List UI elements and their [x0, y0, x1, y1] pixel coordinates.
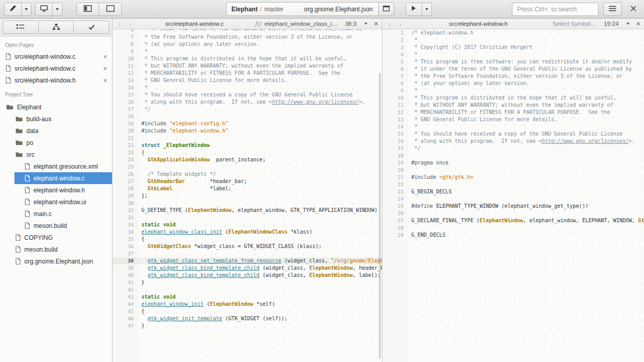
play-icon [411, 5, 416, 13]
code-line: 8 * (at your option) any later version. [382, 80, 644, 87]
code-line: 19#include "elephant-config.h" [112, 120, 382, 127]
hamburger-menu-icon [609, 5, 616, 13]
code-line: 31G_DEFINE_TYPE (ElephantWindow, elephan… [112, 207, 382, 214]
code-line: 29G_END_DECLS [382, 232, 644, 239]
close-editor-button[interactable]: × [636, 20, 640, 27]
code-editor[interactable]: 6 * it under the terms of the GNU Genera… [112, 29, 382, 362]
code-line: 35{ [112, 236, 382, 243]
code-line: 9 * [382, 87, 644, 94]
file-icon [25, 175, 30, 182]
close-page-button[interactable]: × [103, 77, 107, 84]
code-line: 27 GtkHeaderBar *header_bar; [112, 178, 382, 185]
tree-file-item[interactable]: COPYING [0, 232, 112, 243]
code-line: 8 * (at your option) any later version. [112, 41, 382, 48]
code-line: 6 * it under the terms of the GNU Genera… [112, 29, 382, 34]
nav-forward-button[interactable]: › [126, 21, 134, 27]
tree-file-item[interactable]: meson.build [0, 243, 112, 255]
code-line: 46 gtk_widget_init_template (GTK_WIDGET … [112, 315, 382, 322]
code-line: 25#define ELEPHANT_TYPE_WINDOW (elephant… [382, 203, 644, 210]
symbol-menu-button[interactable]: Select Symbol… [553, 21, 597, 27]
main-area: Open Pages src/elephant-window.c×src/ele… [0, 19, 644, 362]
tree-file-item[interactable]: elephant-window.h [0, 184, 112, 196]
open-pages-section-label: Open Pages [0, 37, 112, 51]
global-search-input[interactable] [512, 3, 599, 16]
editor-options-button[interactable] [363, 23, 369, 25]
code-line: 21 [112, 135, 382, 142]
vertical-scrollbar[interactable] [379, 73, 381, 359]
tree-file-item[interactable]: main.c [0, 208, 112, 220]
tree-file-item[interactable]: elephant.gresource.xml [0, 160, 112, 172]
tab-project-tree[interactable] [39, 21, 74, 34]
open-page-item[interactable]: src/elephant-window.h× [0, 74, 112, 86]
panel-left-icon [84, 5, 92, 13]
project-tree-list: Elephantbuild-auxdataposrcelephant.greso… [0, 101, 112, 267]
nav-back-button[interactable]: ‹ [116, 21, 124, 27]
tab-build-checks[interactable] [74, 21, 109, 34]
perspective-button[interactable] [4, 3, 22, 16]
tree-folder-item[interactable]: Elephant [0, 101, 112, 113]
code-line: 32 [112, 214, 382, 221]
code-line: 23G_BEGIN_DECLS [382, 188, 644, 195]
folder-icon [15, 128, 23, 134]
code-line: 42 [112, 286, 382, 293]
code-line: 13 * GNU General Public License for more… [382, 116, 644, 123]
code-line: 17 */ [382, 145, 644, 152]
close-page-button[interactable]: × [103, 53, 107, 60]
code-line: 45{ [112, 308, 382, 315]
code-line: 9 * [112, 48, 382, 55]
tab-open-pages[interactable] [3, 21, 39, 34]
file-icon [25, 210, 30, 217]
run-button[interactable] [406, 3, 422, 16]
open-page-label: src/elephant-window.h [14, 77, 100, 84]
close-icon [631, 5, 636, 13]
close-page-button[interactable]: × [103, 65, 107, 72]
tree-file-item[interactable]: org.gnome.Elephant.json [0, 255, 112, 267]
build-configuration-button[interactable] [379, 2, 394, 16]
code-line: 11 * but WITHOUT ANY WARRANTY; without e… [112, 62, 382, 70]
editor-header: ‹ › src/elephant-window.h Select Symbol…… [382, 19, 644, 29]
code-line: 43static void [112, 293, 382, 301]
device-selector-button[interactable] [35, 3, 53, 16]
code-line: 20#include "elephant-window.h" [112, 127, 382, 135]
tree-folder-item[interactable]: data [0, 125, 112, 137]
menu-button[interactable] [603, 3, 622, 16]
code-line: 37 [112, 250, 382, 257]
open-page-item[interactable]: src/elephant-window.c× [0, 62, 112, 74]
symbol-menu-button[interactable]: elephant_window_class_i… [265, 21, 338, 27]
toggle-bottom-panel-button[interactable] [99, 3, 122, 16]
tree-folder-item[interactable]: build-aux [0, 113, 112, 125]
window-close-button[interactable] [626, 3, 640, 16]
panel-bottom-icon [106, 5, 115, 13]
chevron-down-icon [364, 23, 367, 25]
folder-icon [6, 104, 13, 110]
tree-folder-item[interactable]: po [0, 137, 112, 149]
tree-folder-item[interactable]: src [0, 149, 112, 160]
app-window: Elephant / master org.gnome.Elephant.jso… [0, 0, 644, 362]
perspective-menu-button[interactable] [22, 3, 31, 16]
folder-icon [15, 140, 23, 145]
tree-file-item[interactable]: elephant-window.ui [0, 196, 112, 208]
run-menu-button[interactable] [422, 3, 432, 16]
close-editor-button[interactable]: × [374, 20, 378, 27]
code-line: 15 * You should have received a copy of … [382, 130, 644, 138]
open-pages-list: src/elephant-window.c×src/elephant-windo… [0, 51, 112, 86]
tree-file-item[interactable]: elephant-window.c [0, 172, 112, 184]
code-editor[interactable]: 1/* elephant-window.h2 *3 * Copyright (C… [382, 29, 644, 362]
open-page-item[interactable]: src/elephant-window.c× [0, 51, 112, 62]
perspective-switcher [4, 3, 31, 16]
nav-back-button[interactable]: ‹ [386, 21, 394, 27]
code-line: 36 GtkWidgetClass *widget_class = GTK_WI… [112, 243, 382, 250]
device-menu-button[interactable] [53, 3, 62, 16]
code-line: 40 gtk_widget_class_bind_template_child … [112, 272, 382, 279]
file-icon [15, 246, 21, 253]
editor-options-button[interactable] [625, 23, 631, 25]
omnibar-group: Elephant / master org.gnome.Elephant.jso… [226, 2, 394, 16]
tree-file-item[interactable]: meson.build [0, 220, 112, 232]
open-page-label: src/elephant-window.c [14, 65, 100, 72]
toggle-left-panel-button[interactable] [76, 3, 99, 16]
nav-forward-button[interactable]: › [396, 21, 404, 27]
file-icon [6, 65, 11, 72]
chevron-down-icon [56, 8, 59, 10]
open-pages-icon [17, 24, 24, 31]
omnibar[interactable]: Elephant / master org.gnome.Elephant.jso… [226, 2, 379, 16]
